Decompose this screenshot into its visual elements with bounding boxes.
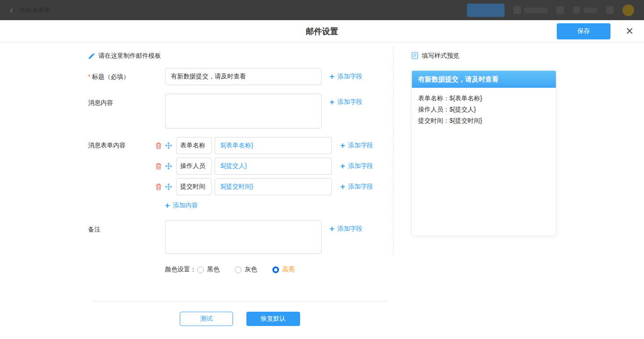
title-label: *标题（必填） [88, 68, 165, 85]
plus-icon: + [165, 202, 170, 210]
color-setting-row: 颜色设置： 黑色 灰色 高亮 [165, 265, 389, 274]
add-content-link[interactable]: +添加内容 [165, 202, 198, 210]
message-content-textarea[interactable] [165, 94, 322, 129]
preview-line: 表单名称：${表单名称} [418, 93, 550, 104]
hint-text: 请在这里制作邮件模板 [98, 52, 161, 60]
card-icon [513, 6, 521, 14]
add-field-link-row-2[interactable]: +添加字段 [340, 162, 373, 170]
preview-card-title: 有新数据提交，请及时查看 [412, 71, 556, 88]
field-key-input[interactable] [176, 178, 212, 195]
grid-icon[interactable] [556, 6, 564, 14]
field-key-input[interactable] [176, 158, 212, 175]
preview-card-body: 表单名称：${表单名称} 操作人员：${提交人} 提交时间：${提交时间} [412, 88, 556, 131]
plus-icon: + [330, 225, 335, 233]
title-field-row: *标题（必填） +添加字段 [88, 68, 389, 85]
radio-option-highlight[interactable]: 高亮 [272, 266, 295, 274]
field-value-input[interactable] [215, 137, 332, 154]
document-icon [411, 52, 418, 60]
message-content-row: 消息内容 +添加字段 [88, 94, 389, 129]
help-icon [573, 6, 580, 14]
topbar-left: ‹ 未命名表单 [10, 5, 51, 15]
avatar[interactable] [623, 4, 634, 16]
topbar: ‹ 未命名表单 [0, 0, 644, 20]
message-form-row: +添加字段 [156, 137, 373, 154]
preview-panel: 填写样式预览 有新数据提交，请及时查看 表单名称：${表单名称} 操作人员：${… [411, 51, 556, 236]
field-value-input[interactable] [215, 178, 332, 195]
message-form-row: +添加字段 [156, 158, 373, 175]
save-button[interactable]: 保存 [557, 23, 610, 39]
radio-option-black[interactable]: 黑色 [197, 266, 220, 274]
message-form-content-label: 消息表单内容 [88, 137, 165, 220]
form-title: 未命名表单 [19, 6, 51, 14]
message-form-content-section: 消息表单内容 +添加字段 [88, 137, 389, 220]
remark-row: 备注 +添加字段 [88, 220, 389, 254]
close-icon[interactable]: ✕ [626, 26, 634, 36]
radio-option-gray[interactable]: 灰色 [235, 266, 257, 274]
restore-default-button[interactable]: 恢复默认 [246, 312, 300, 326]
delete-icon[interactable] [156, 184, 161, 190]
remark-textarea[interactable] [165, 220, 322, 254]
topbar-help-label [584, 8, 597, 13]
radio-circle [197, 266, 204, 273]
preview-line: 操作人员：${提交人} [418, 104, 550, 115]
message-content-label: 消息内容 [88, 94, 165, 129]
preview-card: 有新数据提交，请及时查看 表单名称：${表单名称} 操作人员：${提交人} 提交… [411, 70, 556, 236]
preview-line: 提交时间：${提交时间} [418, 115, 550, 126]
footer-buttons: 测试 恢复默认 [180, 312, 389, 326]
add-field-link-row-1[interactable]: +添加字段 [340, 142, 373, 150]
plus-icon: + [330, 73, 335, 81]
message-form-row: +添加字段 [156, 178, 373, 195]
form-hint: 请在这里制作邮件模板 [88, 51, 389, 60]
topbar-menu-label [524, 8, 547, 13]
move-icon[interactable] [165, 142, 172, 149]
move-icon[interactable] [165, 183, 172, 190]
add-field-link-row-3[interactable]: +添加字段 [340, 183, 373, 191]
title-input[interactable] [165, 68, 322, 85]
field-key-input[interactable] [176, 137, 212, 154]
add-field-link-remark[interactable]: +添加字段 [330, 225, 363, 233]
preview-heading-row: 填写样式预览 [411, 51, 556, 60]
divider [91, 301, 387, 301]
plus-icon: + [330, 98, 335, 106]
delete-icon[interactable] [156, 163, 161, 170]
modal-title: 邮件设置 [306, 26, 338, 37]
radio-circle [272, 266, 279, 273]
move-icon[interactable] [165, 163, 172, 170]
topbar-help-item[interactable] [573, 6, 597, 14]
email-template-form: 请在这里制作邮件模板 *标题（必填） +添加字段 [88, 51, 389, 326]
add-field-link-message[interactable]: +添加字段 [330, 98, 363, 106]
topbar-menu-item[interactable] [513, 6, 547, 14]
field-value-input[interactable] [215, 158, 332, 175]
section-divider [393, 47, 394, 255]
email-settings-modal: 邮件设置 保存 ✕ 请在这里制作邮件模板 [0, 20, 644, 339]
add-field-link-title[interactable]: +添加字段 [330, 73, 363, 81]
notification-icon[interactable] [606, 6, 614, 14]
delete-icon[interactable] [156, 142, 161, 149]
plus-icon: + [340, 183, 345, 191]
modal-body: 请在这里制作邮件模板 *标题（必填） +添加字段 [0, 43, 644, 339]
topbar-primary-button[interactable] [467, 4, 504, 17]
modal-header: 邮件设置 保存 ✕ [0, 20, 644, 43]
plus-icon: + [340, 162, 345, 170]
back-icon[interactable]: ‹ [10, 5, 13, 15]
screen: ‹ 未命名表单 邮件设置 保存 ✕ [0, 0, 644, 20]
test-button[interactable]: 测试 [180, 312, 233, 326]
plus-icon: + [340, 142, 345, 150]
remark-label: 备注 [88, 220, 165, 254]
color-setting-label: 颜色设置： [165, 266, 196, 274]
preview-heading: 填写样式预览 [422, 52, 459, 60]
required-mark: * [88, 73, 90, 80]
radio-circle [235, 266, 242, 273]
pencil-icon [88, 53, 95, 60]
topbar-right [467, 4, 634, 17]
